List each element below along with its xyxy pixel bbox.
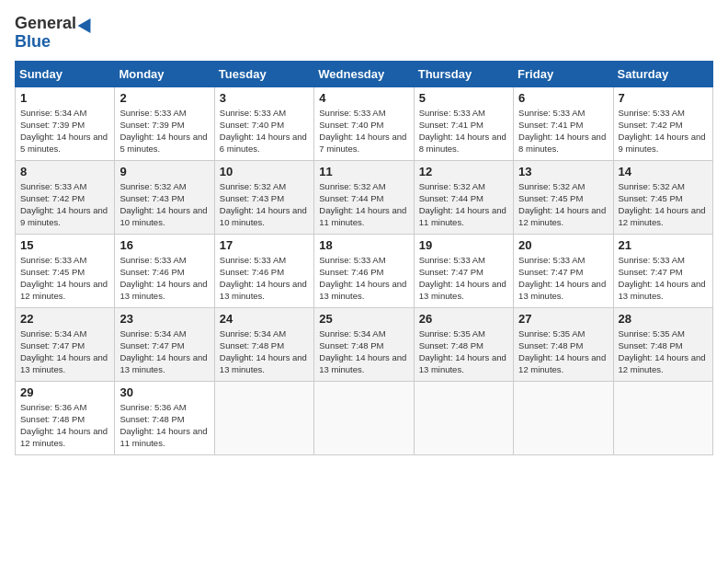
day-number: 8 bbox=[20, 165, 109, 178]
calendar-cell: 28 Sunrise: 5:35 AMSunset: 7:48 PMDaylig… bbox=[613, 307, 712, 381]
calendar-cell: 19 Sunrise: 5:33 AMSunset: 7:47 PMDaylig… bbox=[414, 234, 513, 307]
calendar-cell bbox=[514, 381, 613, 454]
weekday-header-tuesday: Tuesday bbox=[214, 61, 313, 86]
weekday-header-row: SundayMondayTuesdayWednesdayThursdayFrid… bbox=[16, 61, 713, 86]
day-info: Sunrise: 5:33 AMSunset: 7:46 PMDaylight:… bbox=[119, 255, 207, 302]
calendar-cell bbox=[414, 381, 513, 454]
day-info: Sunrise: 5:32 AMSunset: 7:43 PMDaylight:… bbox=[220, 181, 307, 228]
weekday-header-monday: Monday bbox=[115, 61, 214, 86]
calendar-cell: 27 Sunrise: 5:35 AMSunset: 7:48 PMDaylig… bbox=[514, 307, 613, 381]
day-info: Sunrise: 5:32 AMSunset: 7:43 PMDaylight:… bbox=[119, 181, 207, 228]
weekday-header-saturday: Saturday bbox=[613, 61, 712, 86]
day-number: 10 bbox=[220, 165, 309, 178]
day-info: Sunrise: 5:34 AMSunset: 7:48 PMDaylight:… bbox=[319, 328, 406, 375]
day-info: Sunrise: 5:34 AMSunset: 7:47 PMDaylight:… bbox=[20, 328, 108, 375]
day-info: Sunrise: 5:33 AMSunset: 7:41 PMDaylight:… bbox=[419, 108, 506, 155]
logo-blue: Blue bbox=[15, 33, 51, 52]
calendar-cell: 5 Sunrise: 5:33 AMSunset: 7:41 PMDayligh… bbox=[414, 86, 513, 160]
day-number: 4 bbox=[319, 91, 408, 105]
day-info: Sunrise: 5:32 AMSunset: 7:44 PMDaylight:… bbox=[319, 181, 406, 228]
day-info: Sunrise: 5:35 AMSunset: 7:48 PMDaylight:… bbox=[518, 328, 606, 375]
day-number: 22 bbox=[20, 312, 109, 326]
calendar-cell: 17 Sunrise: 5:33 AMSunset: 7:46 PMDaylig… bbox=[214, 234, 313, 307]
day-number: 1 bbox=[20, 91, 109, 105]
day-info: Sunrise: 5:33 AMSunset: 7:42 PMDaylight:… bbox=[619, 108, 706, 155]
calendar-cell: 12 Sunrise: 5:32 AMSunset: 7:44 PMDaylig… bbox=[414, 160, 513, 234]
calendar-cell: 23 Sunrise: 5:34 AMSunset: 7:47 PMDaylig… bbox=[115, 307, 214, 381]
day-info: Sunrise: 5:32 AMSunset: 7:45 PMDaylight:… bbox=[518, 181, 606, 228]
calendar-cell: 6 Sunrise: 5:33 AMSunset: 7:41 PMDayligh… bbox=[514, 86, 613, 160]
calendar-table: SundayMondayTuesdayWednesdayThursdayFrid… bbox=[15, 61, 713, 455]
calendar-cell: 22 Sunrise: 5:34 AMSunset: 7:47 PMDaylig… bbox=[16, 307, 115, 381]
calendar-cell: 1 Sunrise: 5:34 AMSunset: 7:39 PMDayligh… bbox=[16, 86, 115, 160]
weekday-header-wednesday: Wednesday bbox=[314, 61, 414, 86]
day-number: 25 bbox=[319, 312, 408, 326]
weekday-header-thursday: Thursday bbox=[414, 61, 513, 86]
calendar-cell: 24 Sunrise: 5:34 AMSunset: 7:48 PMDaylig… bbox=[214, 307, 313, 381]
day-number: 29 bbox=[20, 385, 109, 399]
day-number: 12 bbox=[419, 165, 508, 178]
calendar-cell: 30 Sunrise: 5:36 AMSunset: 7:48 PMDaylig… bbox=[115, 381, 214, 454]
day-number: 27 bbox=[518, 312, 608, 326]
day-number: 7 bbox=[619, 91, 708, 105]
day-info: Sunrise: 5:33 AMSunset: 7:46 PMDaylight:… bbox=[220, 255, 307, 302]
logo-general: General bbox=[15, 15, 76, 33]
day-info: Sunrise: 5:33 AMSunset: 7:40 PMDaylight:… bbox=[319, 108, 406, 155]
day-info: Sunrise: 5:33 AMSunset: 7:46 PMDaylight:… bbox=[319, 255, 406, 302]
day-number: 15 bbox=[20, 238, 109, 252]
calendar-cell bbox=[214, 381, 313, 454]
day-info: Sunrise: 5:33 AMSunset: 7:40 PMDaylight:… bbox=[220, 108, 307, 155]
calendar-week-5: 29 Sunrise: 5:36 AMSunset: 7:48 PMDaylig… bbox=[16, 381, 713, 454]
day-info: Sunrise: 5:35 AMSunset: 7:48 PMDaylight:… bbox=[419, 328, 506, 375]
calendar-cell: 2 Sunrise: 5:33 AMSunset: 7:39 PMDayligh… bbox=[115, 86, 214, 160]
calendar-cell: 7 Sunrise: 5:33 AMSunset: 7:42 PMDayligh… bbox=[613, 86, 712, 160]
header: General Blue bbox=[15, 15, 713, 52]
day-info: Sunrise: 5:33 AMSunset: 7:41 PMDaylight:… bbox=[518, 108, 606, 155]
calendar-cell: 11 Sunrise: 5:32 AMSunset: 7:44 PMDaylig… bbox=[314, 160, 414, 234]
day-info: Sunrise: 5:33 AMSunset: 7:47 PMDaylight:… bbox=[419, 255, 506, 302]
day-info: Sunrise: 5:34 AMSunset: 7:48 PMDaylight:… bbox=[220, 328, 307, 375]
day-number: 20 bbox=[518, 238, 608, 252]
day-number: 26 bbox=[419, 312, 508, 326]
calendar-cell: 29 Sunrise: 5:36 AMSunset: 7:48 PMDaylig… bbox=[16, 381, 115, 454]
calendar-cell: 21 Sunrise: 5:33 AMSunset: 7:47 PMDaylig… bbox=[613, 234, 712, 307]
day-number: 14 bbox=[619, 165, 708, 178]
calendar-cell: 3 Sunrise: 5:33 AMSunset: 7:40 PMDayligh… bbox=[214, 86, 313, 160]
day-number: 19 bbox=[419, 238, 508, 252]
calendar-cell bbox=[314, 381, 414, 454]
calendar-cell: 14 Sunrise: 5:32 AMSunset: 7:45 PMDaylig… bbox=[613, 160, 712, 234]
calendar-cell: 25 Sunrise: 5:34 AMSunset: 7:48 PMDaylig… bbox=[314, 307, 414, 381]
logo: General Blue bbox=[15, 15, 95, 52]
day-info: Sunrise: 5:32 AMSunset: 7:44 PMDaylight:… bbox=[419, 181, 506, 228]
calendar-cell: 26 Sunrise: 5:35 AMSunset: 7:48 PMDaylig… bbox=[414, 307, 513, 381]
calendar-cell: 16 Sunrise: 5:33 AMSunset: 7:46 PMDaylig… bbox=[115, 234, 214, 307]
day-number: 3 bbox=[220, 91, 309, 105]
calendar-cell: 18 Sunrise: 5:33 AMSunset: 7:46 PMDaylig… bbox=[314, 234, 414, 307]
day-number: 28 bbox=[619, 312, 708, 326]
day-number: 30 bbox=[119, 385, 209, 399]
day-number: 23 bbox=[119, 312, 209, 326]
day-number: 5 bbox=[419, 91, 508, 105]
calendar-cell: 4 Sunrise: 5:33 AMSunset: 7:40 PMDayligh… bbox=[314, 86, 414, 160]
day-number: 16 bbox=[119, 238, 209, 252]
day-number: 18 bbox=[319, 238, 408, 252]
calendar-cell bbox=[613, 381, 712, 454]
day-info: Sunrise: 5:35 AMSunset: 7:48 PMDaylight:… bbox=[619, 328, 706, 375]
calendar-cell: 8 Sunrise: 5:33 AMSunset: 7:42 PMDayligh… bbox=[16, 160, 115, 234]
weekday-header-sunday: Sunday bbox=[16, 61, 115, 86]
day-info: Sunrise: 5:33 AMSunset: 7:45 PMDaylight:… bbox=[20, 255, 108, 302]
day-info: Sunrise: 5:32 AMSunset: 7:45 PMDaylight:… bbox=[619, 181, 706, 228]
calendar-cell: 20 Sunrise: 5:33 AMSunset: 7:47 PMDaylig… bbox=[514, 234, 613, 307]
logo-icon bbox=[78, 15, 97, 33]
day-number: 2 bbox=[119, 91, 209, 105]
day-number: 13 bbox=[518, 165, 608, 178]
calendar-cell: 9 Sunrise: 5:32 AMSunset: 7:43 PMDayligh… bbox=[115, 160, 214, 234]
calendar-week-2: 8 Sunrise: 5:33 AMSunset: 7:42 PMDayligh… bbox=[16, 160, 713, 234]
calendar-cell: 15 Sunrise: 5:33 AMSunset: 7:45 PMDaylig… bbox=[16, 234, 115, 307]
day-number: 24 bbox=[220, 312, 309, 326]
calendar-week-1: 1 Sunrise: 5:34 AMSunset: 7:39 PMDayligh… bbox=[16, 86, 713, 160]
calendar-cell: 13 Sunrise: 5:32 AMSunset: 7:45 PMDaylig… bbox=[514, 160, 613, 234]
day-info: Sunrise: 5:33 AMSunset: 7:39 PMDaylight:… bbox=[119, 108, 207, 155]
day-info: Sunrise: 5:33 AMSunset: 7:42 PMDaylight:… bbox=[20, 181, 108, 228]
day-info: Sunrise: 5:33 AMSunset: 7:47 PMDaylight:… bbox=[518, 255, 606, 302]
